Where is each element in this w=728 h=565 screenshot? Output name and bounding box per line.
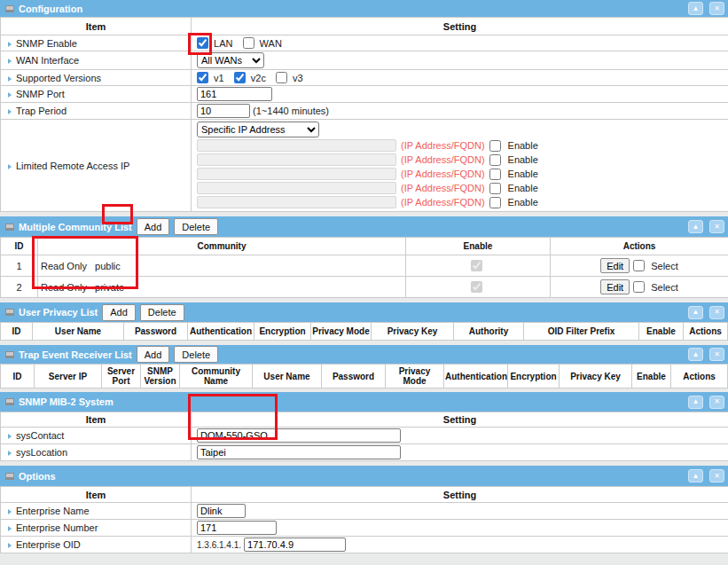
enable-checkbox-label: Enable [508, 169, 538, 179]
column-header-item: Item [1, 487, 192, 503]
snmp-port-input[interactable] [197, 87, 272, 101]
community-list-title: Multiple Community List [19, 222, 132, 232]
item-bullet-icon [8, 526, 12, 531]
edit-button[interactable]: Edit [600, 258, 630, 273]
column-header: Encryption [508, 365, 560, 388]
snmp-enable-lan-checkbox[interactable] [197, 37, 208, 49]
remote-ip-enable-checkbox-1[interactable] [489, 140, 501, 152]
community-list-section-header: Multiple Community List Add Delete ▲ ✕ [0, 216, 728, 237]
enterprise-number-input[interactable] [197, 521, 277, 535]
configuration-table: Item Setting SNMP Enable LAN WAN WAN Int… [0, 17, 728, 212]
syslocation-input[interactable] [197, 445, 401, 459]
remote-ip-enable-checkbox-2[interactable] [489, 154, 501, 166]
version-v2c-label: v2c [251, 73, 266, 83]
column-header: Encryption [254, 323, 311, 341]
enterprise-oid-prefix: 1.3.6.1.4.1. [197, 540, 241, 550]
remote-ip-enable-checkbox-3[interactable] [489, 169, 501, 180]
collapse-icon[interactable]: ▲ [688, 2, 703, 15]
close-icon[interactable]: ✕ [709, 469, 724, 483]
trap-receiver-title: Trap Event Receiver List [19, 349, 132, 360]
trap-period-label: Trap Period [16, 106, 67, 116]
table-row: sysLocation [1, 444, 728, 461]
enable-checkbox-label: Enable [508, 140, 538, 151]
user-privacy-title: User Privacy List [19, 307, 98, 318]
syscontact-input[interactable] [197, 428, 401, 443]
remote-ip-input-3 [197, 168, 396, 180]
footer-bar: SaveUndo [0, 553, 728, 565]
close-icon[interactable]: ✕ [709, 306, 724, 319]
close-icon[interactable]: ✕ [709, 2, 724, 15]
ip-fqdn-hint: (IP Address/FQDN) [401, 169, 485, 179]
remote-ip-enable-checkbox-5[interactable] [489, 197, 501, 208]
trap-receiver-table: ID Server IP Server Port SNMP Version Co… [0, 364, 728, 388]
table-row: Trap Period (1~1440 minutes) [1, 103, 728, 120]
ip-fqdn-hint: (IP Address/FQDN) [401, 197, 485, 208]
remote-ip-enable-checkbox-4[interactable] [489, 183, 501, 194]
collapse-icon[interactable]: ▲ [688, 469, 703, 483]
column-header: Server IP [35, 365, 102, 388]
column-header-id: ID [1, 238, 38, 255]
ip-fqdn-hint: (IP Address/FQDN) [401, 154, 485, 165]
column-header: Enable [632, 365, 671, 388]
trap-delete-button[interactable]: Delete [174, 346, 218, 363]
column-header: Actions [684, 323, 728, 341]
configuration-title: Configuration [19, 4, 82, 14]
window-icon [5, 5, 14, 12]
version-v3-checkbox[interactable] [276, 72, 287, 83]
version-v2c-checkbox[interactable] [234, 72, 246, 83]
column-header: Authority [454, 323, 524, 341]
collapse-icon[interactable]: ▲ [688, 220, 703, 233]
trap-period-input[interactable] [197, 104, 250, 118]
wan-checkbox-label: WAN [260, 38, 282, 49]
user-privacy-delete-button[interactable]: Delete [140, 304, 184, 321]
community-row-id: 2 [1, 277, 38, 298]
select-checkbox[interactable] [633, 260, 645, 271]
table-row: SNMP Port [1, 86, 728, 103]
user-privacy-table: ID User Name Password Authentication Enc… [0, 322, 728, 341]
item-bullet-icon [8, 76, 12, 82]
collapse-icon[interactable]: ▲ [688, 306, 703, 319]
close-icon[interactable]: ✕ [709, 348, 724, 361]
item-bullet-icon [8, 509, 12, 514]
item-bullet-icon [8, 42, 12, 47]
column-header-community: Community [38, 238, 406, 255]
collapse-icon[interactable]: ▲ [688, 396, 703, 409]
community-add-button[interactable]: Add [137, 218, 170, 235]
supported-versions-label: Supported Versions [16, 73, 101, 83]
syscontact-label: sysContact [16, 430, 64, 441]
item-bullet-icon [8, 109, 12, 114]
version-v1-checkbox[interactable] [197, 72, 208, 83]
user-privacy-add-button[interactable]: Add [102, 304, 136, 321]
column-header: OID Filter Prefix [524, 323, 639, 341]
enterprise-name-input[interactable] [197, 504, 246, 518]
remote-ip-input-5 [197, 196, 396, 208]
remote-ip-input-2 [197, 153, 396, 166]
remote-access-mode-select[interactable]: Specific IP Address [197, 122, 319, 137]
close-icon[interactable]: ✕ [709, 220, 724, 233]
column-header-setting: Setting [192, 412, 728, 428]
column-header-actions: Actions [551, 238, 728, 255]
close-icon[interactable]: ✕ [709, 396, 724, 409]
wan-interface-select[interactable]: All WANs [197, 52, 264, 68]
edit-button[interactable]: Edit [600, 279, 630, 294]
snmp-enable-label: SNMP Enable [16, 38, 77, 49]
snmp-configuration-page: Configuration ▲ ✕ Item Setting SNMP Enab… [0, 0, 728, 565]
table-row: Enterprise Number [1, 520, 728, 537]
trap-period-hint: (1~1440 minutes) [253, 106, 329, 116]
table-row: Enterprise OID 1.3.6.1.4.1. [1, 537, 728, 553]
column-header: Authentication [188, 323, 254, 341]
trap-add-button[interactable]: Add [137, 346, 170, 363]
snmp-enable-wan-checkbox[interactable] [243, 37, 254, 49]
select-checkbox[interactable] [633, 281, 645, 293]
enterprise-oid-input[interactable] [244, 538, 346, 552]
table-row: Supported Versions v1 v2c v3 [1, 70, 728, 86]
column-header-enable: Enable [406, 238, 551, 255]
column-header: Authentication [444, 365, 508, 388]
community-delete-button[interactable]: Delete [174, 218, 218, 235]
syslocation-label: sysLocation [16, 447, 67, 458]
window-icon [5, 473, 14, 480]
remote-ip-row: (IP Address/FQDN) Enable [197, 139, 725, 152]
configuration-section-header: Configuration ▲ ✕ [0, 0, 728, 17]
collapse-icon[interactable]: ▲ [688, 348, 703, 361]
item-bullet-icon [8, 164, 12, 169]
